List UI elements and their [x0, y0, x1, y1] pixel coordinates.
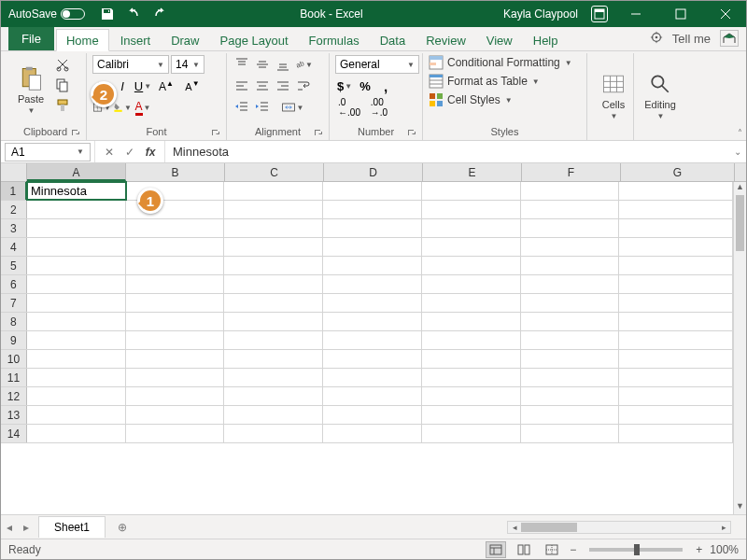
cell[interactable]: [619, 275, 733, 293]
tab-file[interactable]: File: [8, 27, 54, 50]
cell[interactable]: [619, 201, 733, 218]
cell[interactable]: [619, 257, 733, 274]
cell[interactable]: [126, 387, 225, 405]
select-all-button[interactable]: [1, 163, 27, 181]
cell[interactable]: [521, 350, 620, 368]
cell[interactable]: [422, 182, 521, 200]
row-header[interactable]: 5: [1, 257, 27, 274]
save-icon[interactable]: [98, 5, 117, 23]
align-center-icon[interactable]: [253, 77, 272, 95]
scroll-right-icon[interactable]: ▸: [717, 523, 730, 532]
cell[interactable]: [521, 387, 620, 405]
zoom-in-button[interactable]: +: [696, 543, 702, 556]
cell[interactable]: [521, 275, 620, 293]
cell[interactable]: [422, 350, 521, 368]
tab-draw[interactable]: Draw: [162, 30, 208, 50]
align-left-icon[interactable]: [233, 77, 251, 95]
cell[interactable]: [126, 275, 225, 293]
tab-formulas[interactable]: Formulas: [300, 30, 369, 50]
cell[interactable]: [224, 369, 323, 386]
cell[interactable]: [27, 350, 126, 368]
decrease-decimal-icon[interactable]: .00→.0: [365, 98, 393, 117]
cell[interactable]: [521, 425, 620, 442]
cell[interactable]: [323, 425, 422, 442]
conditional-formatting-button[interactable]: Conditional Formatting▼: [429, 55, 572, 70]
tab-help[interactable]: Help: [524, 30, 568, 50]
cell[interactable]: [224, 331, 323, 349]
cell[interactable]: [224, 238, 323, 256]
autosave-switch-icon[interactable]: [61, 8, 85, 20]
cell[interactable]: [323, 406, 422, 424]
comma-format-icon[interactable]: ,: [376, 77, 395, 95]
cell[interactable]: [422, 294, 521, 312]
scroll-thumb[interactable]: [736, 195, 744, 251]
cell[interactable]: [27, 425, 126, 442]
format-as-table-button[interactable]: Format as Table▼: [429, 74, 572, 89]
cell[interactable]: [619, 406, 733, 424]
row-header[interactable]: 11: [1, 369, 27, 386]
minimize-button[interactable]: [615, 1, 656, 27]
undo-icon[interactable]: [124, 5, 143, 23]
tab-view[interactable]: View: [477, 30, 522, 50]
cell[interactable]: [27, 369, 126, 386]
cell[interactable]: [422, 313, 521, 330]
cell[interactable]: [27, 238, 126, 256]
scroll-left-icon[interactable]: ◂: [508, 523, 521, 532]
align-right-icon[interactable]: [274, 77, 292, 95]
cell[interactable]: [126, 238, 225, 256]
cell[interactable]: [521, 219, 620, 237]
cell[interactable]: [224, 294, 323, 312]
cell[interactable]: [521, 182, 620, 200]
column-header[interactable]: A: [27, 163, 126, 181]
cell[interactable]: [521, 294, 620, 312]
column-header[interactable]: E: [423, 163, 522, 181]
spreadsheet-grid[interactable]: ABCDEFG 1Minnesota234567891011121314 ▲ ▼: [1, 163, 746, 514]
column-header[interactable]: B: [126, 163, 225, 181]
cell[interactable]: [521, 201, 620, 218]
cell[interactable]: [619, 219, 733, 237]
cell[interactable]: [224, 201, 323, 218]
row-header[interactable]: 8: [1, 313, 27, 330]
decrease-font-icon[interactable]: A▼: [180, 77, 204, 95]
cell[interactable]: [422, 219, 521, 237]
paste-button[interactable]: Paste ▼: [10, 55, 51, 125]
cell[interactable]: [126, 313, 225, 330]
fill-color-button[interactable]: ▼: [113, 98, 132, 117]
tab-data[interactable]: Data: [371, 30, 415, 50]
cell-styles-button[interactable]: Cell Styles▼: [429, 92, 572, 107]
cell[interactable]: [27, 257, 126, 274]
username[interactable]: Kayla Claypool: [494, 7, 587, 21]
cell[interactable]: [521, 313, 620, 330]
normal-view-icon[interactable]: [486, 541, 506, 558]
cell[interactable]: [126, 369, 225, 386]
font-launcher[interactable]: [211, 129, 220, 138]
page-break-view-icon[interactable]: [542, 541, 562, 558]
cells-button[interactable]: Cells ▼: [593, 55, 634, 136]
cell[interactable]: [126, 257, 225, 274]
fx-icon[interactable]: fx: [142, 144, 159, 161]
cell[interactable]: [27, 406, 126, 424]
sheet-tab[interactable]: Sheet1: [38, 516, 106, 538]
cell[interactable]: [224, 387, 323, 405]
maximize-button[interactable]: [660, 1, 701, 27]
cell[interactable]: [224, 257, 323, 274]
font-name-combo[interactable]: Calibri▼: [92, 55, 169, 74]
expand-formula-bar-icon[interactable]: ⌄: [729, 147, 746, 157]
row-header[interactable]: 12: [1, 387, 27, 405]
cell[interactable]: [224, 182, 323, 200]
cell[interactable]: [323, 182, 422, 200]
zoom-level[interactable]: 100%: [710, 543, 739, 556]
name-box[interactable]: A1▼: [5, 143, 91, 161]
row-header[interactable]: 2: [1, 201, 27, 218]
cell[interactable]: [323, 257, 422, 274]
cell[interactable]: [126, 219, 225, 237]
copy-icon[interactable]: [53, 76, 72, 94]
new-sheet-button[interactable]: ⊕: [111, 521, 134, 534]
cell[interactable]: [27, 313, 126, 330]
orientation-icon[interactable]: ab▼: [294, 55, 313, 74]
cell[interactable]: [224, 313, 323, 330]
sheet-nav-next[interactable]: ▸: [18, 521, 35, 534]
clipboard-launcher[interactable]: [71, 129, 80, 138]
collapse-ribbon-icon[interactable]: ˄: [738, 128, 742, 138]
autosave-toggle[interactable]: AutoSave: [8, 7, 85, 21]
